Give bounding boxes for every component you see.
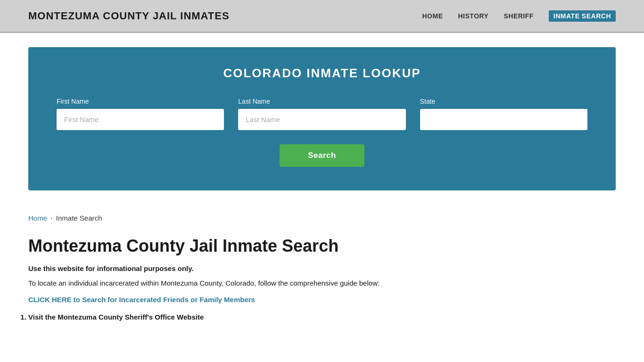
- nav-history[interactable]: HISTORY: [458, 12, 489, 20]
- breadcrumb: Home • Inmate Search: [0, 205, 644, 227]
- search-button-row: Search: [57, 144, 587, 167]
- page-heading: Montezuma County Jail Inmate Search: [28, 236, 616, 256]
- nav-home[interactable]: HOME: [422, 12, 443, 20]
- search-panel-title: COLORADO INMATE LOOKUP: [57, 66, 587, 81]
- site-header: MONTEZUMA COUNTY JAIL INMATES HOME HISTO…: [0, 0, 644, 33]
- step-1-item: Visit the Montezuma County Sheriff's Off…: [28, 313, 616, 321]
- search-panel: COLORADO INMATE LOOKUP First Name Last N…: [28, 47, 616, 190]
- state-label: State: [420, 98, 587, 105]
- nav-inmate-search[interactable]: INMATE SEARCH: [549, 10, 616, 22]
- last-name-group: Last Name: [238, 98, 405, 130]
- click-here-link[interactable]: CLICK HERE to Search for Incarcerated Fr…: [28, 296, 616, 304]
- info-paragraph: To locate an individual incarcerated wit…: [28, 279, 616, 287]
- main-nav: HOME HISTORY SHERIFF INMATE SEARCH: [422, 10, 616, 22]
- first-name-group: First Name: [57, 98, 224, 130]
- search-button[interactable]: Search: [280, 144, 364, 167]
- breadcrumb-current: Inmate Search: [56, 214, 102, 222]
- breadcrumb-separator: •: [51, 216, 52, 220]
- info-bold-text: Use this website for informational purpo…: [28, 264, 616, 272]
- last-name-input[interactable]: [238, 109, 405, 130]
- last-name-label: Last Name: [238, 98, 405, 105]
- nav-sheriff[interactable]: SHERIFF: [504, 12, 533, 20]
- first-name-label: First Name: [57, 98, 224, 105]
- first-name-input[interactable]: [57, 109, 224, 130]
- state-group: State Colorado: [420, 98, 587, 130]
- search-fields-row: First Name Last Name State Colorado: [57, 98, 587, 130]
- site-title: MONTEZUMA COUNTY JAIL INMATES: [28, 10, 230, 22]
- breadcrumb-home-link[interactable]: Home: [28, 214, 47, 222]
- state-input[interactable]: Colorado: [420, 109, 587, 130]
- steps-list: Visit the Montezuma County Sheriff's Off…: [28, 313, 616, 321]
- main-content: Montezuma County Jail Inmate Search Use …: [0, 227, 644, 340]
